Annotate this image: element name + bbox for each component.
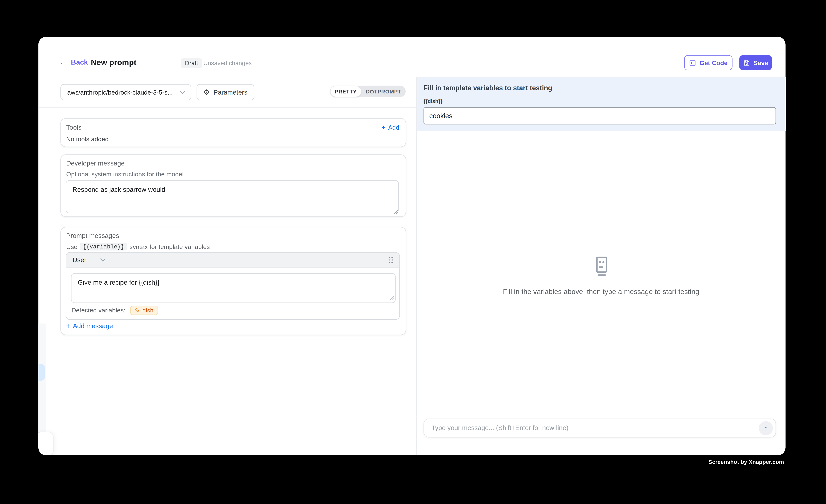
get-code-label: Get Code [700,59,727,66]
arrow-left-icon: ← [59,58,67,66]
prompt-messages-title: Prompt messages [66,232,406,239]
template-syntax-hint: Use {{variable}} syntax for template var… [66,243,406,251]
send-button[interactable]: ↑ [759,421,773,435]
chat-empty-state: Fill in the variables above, then type a… [417,256,786,296]
toggle-option-pretty[interactable]: PRETTY [330,85,362,97]
tools-title: Tools [66,124,82,131]
gear-icon: ⚙ [203,88,210,96]
terminal-icon [689,59,696,66]
detected-variables-row: Detected variables: ✎ dish [71,306,158,315]
model-selector[interactable]: aws/anthropic/bedrock-claude-3-5-s... [60,84,191,101]
chevron-down-icon [100,258,106,262]
back-button[interactable]: ← Back [59,58,88,66]
robot-icon [591,256,611,277]
variable-dish-label: {{dish}} [423,98,786,104]
unsaved-changes-text: Unsaved changes [203,60,252,66]
add-message-label: Add message [73,322,113,329]
variable-chip-dish[interactable]: ✎ dish [130,306,158,315]
save-icon [743,59,750,66]
toggle-option-dotprompt[interactable]: DOTPROMPT [362,85,406,97]
message-block: User Give me a recipe for {{dish}} [66,252,400,320]
save-label: Save [754,59,768,66]
hint-suffix: syntax for template variables [129,243,210,250]
developer-message-title: Developer message [66,160,406,167]
chevron-down-icon [180,90,185,94]
page-title: New prompt [91,58,136,67]
add-tool-button[interactable]: + Add [381,123,399,131]
resize-handle-icon[interactable] [390,296,395,300]
get-code-button[interactable]: Get Code [684,55,732,70]
chat-message-input[interactable] [431,425,759,432]
resize-handle-icon[interactable] [394,209,398,214]
developer-message-input[interactable]: Respond as jack sparrow would [66,180,399,213]
hint-variable-code: {{variable}} [80,243,127,251]
back-label: Back [71,58,88,66]
pencil-icon: ✎ [135,308,140,313]
parameters-label: Parameters [214,88,247,96]
hint-prefix: Use [66,243,77,250]
plus-icon: + [66,322,70,330]
add-tool-label: Add [388,124,399,131]
user-message-input[interactable]: Give me a recipe for {{dish}} [71,273,396,303]
developer-message-subtitle: Optional system instructions for the mod… [66,171,406,178]
model-selector-value: aws/anthropic/bedrock-claude-3-5-s... [67,88,180,96]
status-badge: Draft [181,58,202,68]
message-header: User [66,253,400,268]
toolbar-divider [38,107,416,108]
screenshot-canvas: ← Back New prompt Draft Unsaved changes … [0,0,826,504]
sidebar-selected-item-fragment [38,364,45,381]
chat-divider [417,411,786,411]
app-window: ← Back New prompt Draft Unsaved changes … [38,37,785,455]
variable-name: dish [142,307,154,314]
corner-card-fragment [38,432,54,455]
plus-icon: + [381,123,386,131]
add-message-button[interactable]: + Add message [66,322,113,330]
variable-dish-input[interactable] [423,107,776,124]
template-variables-panel: Fill in template variables to start test… [417,77,786,131]
arrow-up-icon: ↑ [764,424,767,432]
save-button[interactable]: Save [739,55,772,70]
detected-variables-label: Detected variables: [71,307,126,314]
developer-message-card: Developer message Optional system instru… [60,154,406,217]
tools-card: Tools + Add No tools added [60,118,406,147]
watermark-text: Screenshot by Xnapper.com [708,458,784,465]
prompt-messages-card: Prompt messages Use {{variable}} syntax … [60,227,406,335]
chat-input-container: ↑ [423,419,776,438]
role-value: User [72,256,86,264]
format-toggle: PRETTY DOTPROMPT [330,85,406,97]
role-selector[interactable]: User [72,256,106,264]
tools-empty-text: No tools added [66,135,400,143]
parameters-button[interactable]: ⚙ Parameters [196,84,254,101]
empty-state-text: Fill in the variables above, then type a… [417,288,786,296]
variables-panel-title: Fill in template variables to start test… [423,84,786,92]
drag-handle-icon[interactable] [389,257,393,263]
